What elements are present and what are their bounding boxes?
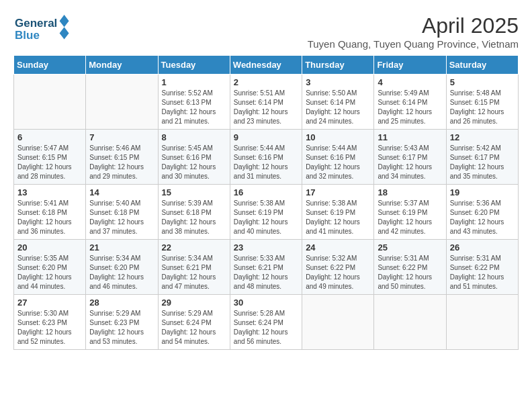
- calendar-day-cell: 9Sunrise: 5:44 AM Sunset: 6:16 PM Daylig…: [230, 130, 302, 185]
- calendar-header-cell: Tuesday: [158, 56, 230, 75]
- logo: General Blue: [13, 13, 74, 44]
- day-info: Sunrise: 5:45 AM Sunset: 6:16 PM Dayligh…: [162, 144, 226, 181]
- calendar-day-cell: 4Sunrise: 5:49 AM Sunset: 6:14 PM Daylig…: [374, 75, 446, 130]
- day-number: 17: [306, 187, 370, 197]
- day-info: Sunrise: 5:49 AM Sunset: 6:14 PM Dayligh…: [378, 89, 442, 126]
- svg-text:Blue: Blue: [15, 29, 40, 42]
- day-info: Sunrise: 5:46 AM Sunset: 6:15 PM Dayligh…: [89, 144, 154, 181]
- calendar-header-cell: Wednesday: [230, 56, 302, 75]
- calendar-day-cell: [86, 75, 158, 130]
- day-info: Sunrise: 5:34 AM Sunset: 6:21 PM Dayligh…: [162, 254, 226, 291]
- calendar-day-cell: 15Sunrise: 5:39 AM Sunset: 6:18 PM Dayli…: [158, 185, 230, 240]
- day-number: 3: [306, 77, 370, 87]
- day-number: 15: [162, 187, 226, 197]
- svg-text:General: General: [15, 17, 57, 30]
- calendar-header-cell: Monday: [86, 56, 158, 75]
- calendar-day-cell: 3Sunrise: 5:50 AM Sunset: 6:14 PM Daylig…: [302, 75, 374, 130]
- day-info: Sunrise: 5:42 AM Sunset: 6:17 PM Dayligh…: [450, 144, 515, 181]
- day-number: 27: [17, 298, 82, 308]
- day-info: Sunrise: 5:39 AM Sunset: 6:18 PM Dayligh…: [162, 199, 226, 236]
- calendar-day-cell: 10Sunrise: 5:44 AM Sunset: 6:16 PM Dayli…: [302, 130, 374, 185]
- day-number: 13: [17, 187, 82, 197]
- calendar-day-cell: 1Sunrise: 5:52 AM Sunset: 6:13 PM Daylig…: [158, 75, 230, 130]
- main-title: April 2025: [308, 13, 519, 38]
- calendar-day-cell: 30Sunrise: 5:28 AM Sunset: 6:24 PM Dayli…: [230, 295, 302, 350]
- day-info: Sunrise: 5:36 AM Sunset: 6:20 PM Dayligh…: [450, 199, 515, 236]
- day-number: 21: [89, 242, 154, 253]
- calendar-header-cell: Sunday: [14, 56, 86, 75]
- day-info: Sunrise: 5:50 AM Sunset: 6:14 PM Dayligh…: [306, 89, 370, 126]
- calendar-day-cell: 11Sunrise: 5:43 AM Sunset: 6:17 PM Dayli…: [374, 130, 446, 185]
- calendar-day-cell: 22Sunrise: 5:34 AM Sunset: 6:21 PM Dayli…: [158, 240, 230, 295]
- calendar-day-cell: 12Sunrise: 5:42 AM Sunset: 6:17 PM Dayli…: [446, 130, 518, 185]
- title-block: April 2025 Tuyen Quang, Tuyen Quang Prov…: [308, 13, 519, 50]
- day-info: Sunrise: 5:52 AM Sunset: 6:13 PM Dayligh…: [162, 89, 226, 126]
- subtitle: Tuyen Quang, Tuyen Quang Province, Vietn…: [308, 38, 519, 50]
- calendar-header-cell: Friday: [374, 56, 446, 75]
- calendar-header-cell: Thursday: [302, 56, 374, 75]
- day-info: Sunrise: 5:47 AM Sunset: 6:15 PM Dayligh…: [17, 144, 82, 181]
- day-info: Sunrise: 5:33 AM Sunset: 6:21 PM Dayligh…: [234, 254, 298, 291]
- day-info: Sunrise: 5:38 AM Sunset: 6:19 PM Dayligh…: [234, 199, 298, 236]
- day-number: 4: [378, 77, 442, 87]
- day-info: Sunrise: 5:29 AM Sunset: 6:23 PM Dayligh…: [89, 309, 154, 347]
- day-number: 1: [162, 77, 226, 87]
- calendar-day-cell: 18Sunrise: 5:37 AM Sunset: 6:19 PM Dayli…: [374, 185, 446, 240]
- day-number: 29: [162, 298, 226, 308]
- day-number: 14: [89, 187, 154, 197]
- day-info: Sunrise: 5:35 AM Sunset: 6:20 PM Dayligh…: [17, 254, 82, 291]
- calendar-day-cell: 21Sunrise: 5:34 AM Sunset: 6:20 PM Dayli…: [86, 240, 158, 295]
- calendar-day-cell: 27Sunrise: 5:30 AM Sunset: 6:23 PM Dayli…: [14, 295, 86, 350]
- day-number: 22: [162, 242, 226, 253]
- calendar-day-cell: [374, 295, 446, 350]
- svg-marker-2: [60, 15, 69, 39]
- calendar-day-cell: 16Sunrise: 5:38 AM Sunset: 6:19 PM Dayli…: [230, 185, 302, 240]
- calendar-day-cell: [446, 295, 518, 350]
- day-number: 5: [450, 77, 515, 87]
- calendar-day-cell: 28Sunrise: 5:29 AM Sunset: 6:23 PM Dayli…: [86, 295, 158, 350]
- day-number: 7: [89, 132, 154, 142]
- day-number: 30: [234, 298, 298, 308]
- day-number: 24: [306, 242, 370, 253]
- day-number: 16: [234, 187, 298, 197]
- calendar-day-cell: 23Sunrise: 5:33 AM Sunset: 6:21 PM Dayli…: [230, 240, 302, 295]
- calendar-day-cell: [14, 75, 86, 130]
- day-info: Sunrise: 5:44 AM Sunset: 6:16 PM Dayligh…: [234, 144, 298, 181]
- calendar-day-cell: 19Sunrise: 5:36 AM Sunset: 6:20 PM Dayli…: [446, 185, 518, 240]
- calendar-header-row: SundayMondayTuesdayWednesdayThursdayFrid…: [14, 56, 519, 75]
- day-number: 25: [378, 242, 442, 253]
- day-number: 19: [450, 187, 515, 197]
- day-number: 28: [89, 298, 154, 308]
- day-info: Sunrise: 5:40 AM Sunset: 6:18 PM Dayligh…: [89, 199, 154, 236]
- calendar-day-cell: 13Sunrise: 5:41 AM Sunset: 6:18 PM Dayli…: [14, 185, 86, 240]
- calendar-week-row: 27Sunrise: 5:30 AM Sunset: 6:23 PM Dayli…: [14, 295, 519, 350]
- day-number: 11: [378, 132, 442, 142]
- day-info: Sunrise: 5:32 AM Sunset: 6:22 PM Dayligh…: [306, 254, 370, 291]
- calendar-day-cell: 25Sunrise: 5:31 AM Sunset: 6:22 PM Dayli…: [374, 240, 446, 295]
- day-info: Sunrise: 5:31 AM Sunset: 6:22 PM Dayligh…: [450, 254, 515, 291]
- day-info: Sunrise: 5:28 AM Sunset: 6:24 PM Dayligh…: [234, 309, 298, 347]
- calendar-week-row: 6Sunrise: 5:47 AM Sunset: 6:15 PM Daylig…: [14, 130, 519, 185]
- calendar-week-row: 13Sunrise: 5:41 AM Sunset: 6:18 PM Dayli…: [14, 185, 519, 240]
- day-info: Sunrise: 5:48 AM Sunset: 6:15 PM Dayligh…: [450, 89, 515, 126]
- calendar-day-cell: [302, 295, 374, 350]
- calendar-header-cell: Saturday: [446, 56, 518, 75]
- calendar-day-cell: 7Sunrise: 5:46 AM Sunset: 6:15 PM Daylig…: [86, 130, 158, 185]
- day-number: 26: [450, 242, 515, 253]
- day-number: 12: [450, 132, 515, 142]
- logo-svg: General Blue: [13, 13, 74, 44]
- day-info: Sunrise: 5:30 AM Sunset: 6:23 PM Dayligh…: [17, 309, 82, 347]
- calendar-day-cell: 2Sunrise: 5:51 AM Sunset: 6:14 PM Daylig…: [230, 75, 302, 130]
- calendar-day-cell: 24Sunrise: 5:32 AM Sunset: 6:22 PM Dayli…: [302, 240, 374, 295]
- day-info: Sunrise: 5:38 AM Sunset: 6:19 PM Dayligh…: [306, 199, 370, 236]
- day-number: 2: [234, 77, 298, 87]
- day-info: Sunrise: 5:37 AM Sunset: 6:19 PM Dayligh…: [378, 199, 442, 236]
- header: General Blue April 2025 Tuyen Quang, Tuy…: [13, 13, 519, 50]
- calendar-day-cell: 6Sunrise: 5:47 AM Sunset: 6:15 PM Daylig…: [14, 130, 86, 185]
- calendar-day-cell: 29Sunrise: 5:29 AM Sunset: 6:24 PM Dayli…: [158, 295, 230, 350]
- day-number: 20: [17, 242, 82, 253]
- day-number: 9: [234, 132, 298, 142]
- calendar-day-cell: 17Sunrise: 5:38 AM Sunset: 6:19 PM Dayli…: [302, 185, 374, 240]
- day-number: 8: [162, 132, 226, 142]
- day-number: 6: [17, 132, 82, 142]
